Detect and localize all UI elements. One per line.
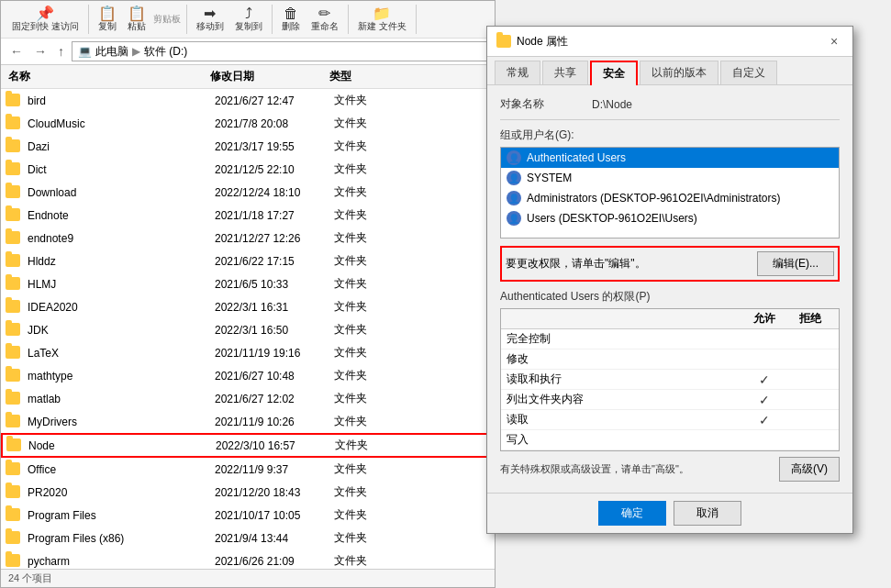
user-row[interactable]: 👤 Users (DESKTOP-961O2EI\Users) — [501, 208, 839, 228]
file-icon — [6, 139, 20, 154]
perm-row: 修改 — [501, 349, 839, 370]
file-icon — [6, 116, 20, 131]
file-row[interactable]: Program Files (x86) 2021/9/4 13:44 文件夹 — [1, 527, 495, 549]
file-icon — [6, 485, 20, 500]
perm-name: 读取 — [507, 412, 741, 427]
file-name: bird — [24, 94, 207, 108]
file-name: Hlddz — [24, 254, 207, 269]
file-date: 2022/3/1 16:50 — [207, 322, 327, 338]
file-type: 文件夹 — [327, 389, 400, 408]
back-button[interactable]: ← — [6, 42, 27, 61]
paste-button[interactable]: 📋 粘贴 — [124, 5, 150, 34]
user-row[interactable]: 👤 Authenticated Users — [501, 148, 839, 168]
file-row[interactable]: pycharm 2021/6/26 21:09 文件夹 — [1, 549, 495, 569]
file-type: 文件夹 — [327, 412, 400, 431]
dialog-tab-安全[interactable]: 安全 — [590, 61, 638, 85]
file-row[interactable]: Node 2022/3/10 16:57 文件夹 — [1, 433, 495, 458]
file-row[interactable]: CloudMusic 2021/7/8 20:08 文件夹 — [1, 112, 495, 135]
file-row[interactable]: MyDrivers 2021/11/9 10:26 文件夹 — [1, 410, 495, 433]
forward-button[interactable]: → — [30, 42, 50, 61]
file-row[interactable]: Program Files 2021/10/17 10:05 文件夹 — [1, 504, 495, 527]
new-folder-button[interactable]: 📁 新建 文件夹 — [354, 5, 410, 34]
file-row[interactable]: Download 2022/12/24 18:10 文件夹 — [1, 181, 495, 204]
user-row[interactable]: 👤 SYSTEM — [501, 168, 839, 188]
delete-button[interactable]: 🗑 删除 — [278, 5, 304, 34]
file-name: pycharm — [24, 554, 207, 569]
file-date: 2021/10/17 10:05 — [207, 507, 327, 524]
move-button[interactable]: ➡ 移动到 — [193, 5, 228, 34]
cancel-button[interactable]: 取消 — [674, 501, 741, 526]
dialog-title-left: Node 属性 — [496, 34, 568, 50]
file-date: 2021/6/5 10:33 — [207, 276, 327, 293]
file-name: Program Files — [24, 508, 207, 523]
file-date: 2021/7/8 20:08 — [207, 116, 327, 132]
copy-label: 复制 — [98, 21, 117, 32]
dialog-close-button[interactable]: × — [825, 32, 843, 50]
file-row[interactable]: Dazi 2021/3/17 19:55 文件夹 — [1, 135, 495, 158]
file-row[interactable]: Office 2022/11/9 9:37 文件夹 — [1, 458, 495, 481]
users-list: 👤 Authenticated Users 👤 SYSTEM 👤 Adminis… — [500, 147, 840, 239]
file-list: bird 2021/6/27 12:47 文件夹 CloudMusic 2021… — [1, 89, 495, 569]
file-icon — [6, 94, 20, 108]
copyto-button[interactable]: ⤴ 复制到 — [231, 5, 266, 34]
file-row[interactable]: HLMJ 2021/6/5 10:33 文件夹 — [1, 272, 495, 295]
perm-allow: ✓ — [741, 372, 787, 387]
file-type: 文件夹 — [327, 483, 400, 502]
user-icon: 👤 — [507, 150, 521, 165]
file-date: 2021/11/19 19:16 — [207, 345, 327, 361]
file-name: Endnote — [24, 208, 207, 223]
col-name-header[interactable]: 名称 — [1, 67, 203, 86]
perm-name: 修改 — [507, 351, 741, 367]
file-row[interactable]: IDEA2020 2022/3/1 16:31 文件夹 — [1, 295, 495, 318]
col-date-header[interactable]: 修改日期 — [203, 67, 322, 86]
file-name: HLMJ — [24, 277, 207, 292]
col-type-header[interactable]: 类型 — [322, 67, 395, 86]
file-date: 2021/6/27 12:02 — [207, 391, 327, 407]
file-row[interactable]: endnote9 2021/12/27 12:26 文件夹 — [1, 227, 495, 250]
ok-button[interactable]: 确定 — [598, 501, 666, 526]
pin-button[interactable]: 📌 固定到快 速访问 — [8, 5, 83, 34]
file-type: 文件夹 — [327, 460, 400, 479]
advanced-button[interactable]: 高级(V) — [779, 457, 840, 482]
rename-button[interactable]: ✏ 重命名 — [307, 5, 342, 34]
user-row[interactable]: 👤 Administrators (DESKTOP-961O2EI\Admini… — [501, 188, 839, 208]
perm-allow: ✓ — [741, 413, 787, 427]
file-type: 文件夹 — [327, 297, 400, 316]
edit-button[interactable]: 编辑(E)... — [757, 251, 834, 276]
status-bar: 24 个项目 — [1, 569, 495, 587]
file-type: 文件夹 — [327, 366, 400, 385]
dialog-tab-自定义[interactable]: 自定义 — [720, 61, 777, 84]
file-row[interactable]: matlab 2021/6/27 12:02 文件夹 — [1, 387, 495, 410]
dialog-tab-共享[interactable]: 共享 — [542, 61, 588, 84]
copy-button[interactable]: 📋 复制 — [95, 5, 120, 34]
dialog-tab-以前的版本[interactable]: 以前的版本 — [640, 61, 718, 84]
permissions-label: Authenticated Users 的权限(P) — [500, 289, 840, 305]
pin-label: 固定到快 速访问 — [12, 21, 79, 32]
permissions-table: 允许 拒绝 完全控制 修改 读取和执行 ✓ 列出文件夹内容 ✓ 读取 ✓ 写入 — [500, 308, 840, 451]
up-button[interactable]: ↑ — [54, 42, 68, 61]
toolbar-file-ops: 🗑 删除 ✏ 重命名 — [278, 5, 349, 34]
toolbar-organize: ➡ 移动到 ⤴ 复制到 — [193, 5, 273, 34]
move-label: 移动到 — [196, 21, 224, 32]
file-icon — [6, 438, 21, 453]
dialog-tab-常规[interactable]: 常规 — [495, 61, 540, 84]
file-row[interactable]: PR2020 2021/12/20 18:43 文件夹 — [1, 481, 495, 504]
file-type: 文件夹 — [327, 137, 400, 156]
file-row[interactable]: LaTeX 2021/11/19 19:16 文件夹 — [1, 341, 495, 364]
file-name: matlab — [24, 392, 207, 406]
file-type: 文件夹 — [327, 114, 400, 133]
file-name: JDK — [24, 323, 207, 338]
user-icon: 👤 — [507, 191, 521, 205]
file-row[interactable]: Dict 2021/12/5 22:10 文件夹 — [1, 158, 495, 181]
rename-label: 重命名 — [311, 21, 339, 32]
file-type: 文件夹 — [327, 320, 400, 339]
file-row[interactable]: JDK 2022/3/1 16:50 文件夹 — [1, 318, 495, 341]
paste-icon: 📋 — [128, 6, 146, 21]
file-date: 2022/3/10 16:57 — [208, 438, 328, 454]
file-row[interactable]: Hlddz 2021/6/22 17:15 文件夹 — [1, 250, 495, 272]
file-row[interactable]: bird 2021/6/27 12:47 文件夹 — [1, 89, 495, 112]
file-row[interactable]: Endnote 2021/1/18 17:27 文件夹 — [1, 204, 495, 227]
file-row[interactable]: mathtype 2021/6/27 10:48 文件夹 — [1, 364, 495, 387]
address-path[interactable]: 💻 此电脑 ▶ 软件 (D:) — [72, 41, 489, 61]
user-name: Administrators (DESKTOP-961O2EI\Administ… — [527, 192, 781, 205]
